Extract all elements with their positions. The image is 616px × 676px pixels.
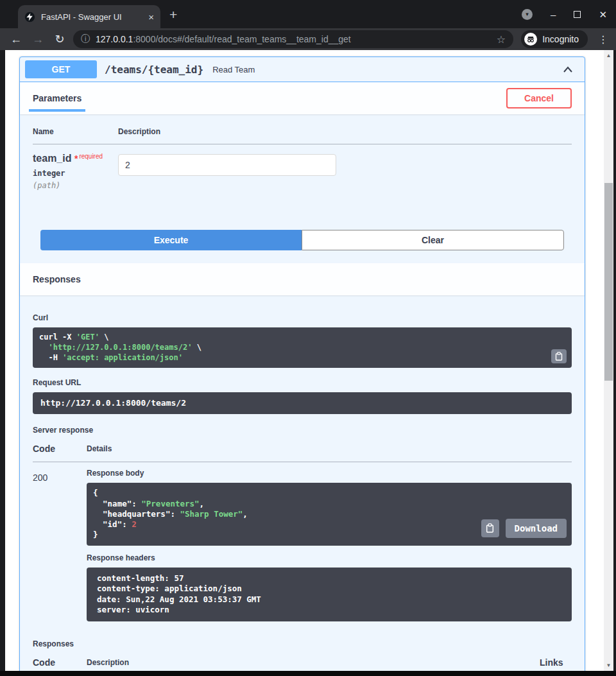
opblock-get: GET /teams/{team_id} Read Team Parameter… <box>19 56 585 671</box>
request-url-label: Request URL <box>33 378 572 387</box>
responses-title: Responses <box>33 274 81 284</box>
execute-button[interactable]: Execute <box>40 230 302 250</box>
responses-header: Responses <box>20 263 585 295</box>
download-button[interactable]: Download <box>506 519 567 538</box>
http-method-badge: GET <box>25 60 97 78</box>
incognito-icon <box>524 33 537 46</box>
doc-col-code: Code <box>33 657 87 671</box>
execute-wrapper: Execute Clear <box>20 217 585 263</box>
scroll-down-icon[interactable]: ▼ <box>604 663 613 668</box>
request-url-block: http://127.0.0.1:8000/teams/2 <box>33 392 572 415</box>
browser-titlebar: FastAPI - Swagger UI × + ▾ – ✕ <box>0 0 616 28</box>
minimize-button[interactable]: – <box>551 10 556 19</box>
parameter-row: team_id *required integer (path) <box>33 144 572 191</box>
responses-inner: Curl curl -X 'GET' \ 'http://127.0.0.1:8… <box>20 295 585 671</box>
copy-response-button[interactable] <box>481 519 499 537</box>
status-code: 200 <box>33 462 87 632</box>
required-label: required <box>79 153 103 160</box>
bookmark-star-icon[interactable]: ☆ <box>497 33 506 46</box>
response-details-cell: Response body { "name": "Preventers", "h… <box>87 462 572 632</box>
url-path: :8000/docs#/default/read_team_teams__tea… <box>133 34 350 44</box>
scroll-up-icon[interactable]: ▲ <box>604 53 613 58</box>
cancel-button[interactable]: Cancel <box>506 88 572 108</box>
scrollbar-thumb[interactable] <box>604 183 613 381</box>
parameter-name: team_id <box>33 153 71 164</box>
response-headers-label: Response headers <box>87 551 572 568</box>
server-response-table: Code Details 200 Response body { "name":… <box>33 444 572 631</box>
tab-parameters[interactable]: Parameters <box>33 93 81 103</box>
server-response-label: Server response <box>33 426 572 435</box>
parameters-table-area: Name Description team_id *required <box>20 114 585 217</box>
swagger-page: GET /teams/{team_id} Read Team Parameter… <box>5 50 604 671</box>
caret-down-icon: ▾ <box>526 11 529 17</box>
server-response-row: 200 Response body { "name": "Preventers"… <box>33 462 572 632</box>
response-body-label: Response body <box>87 462 572 483</box>
parameter-name-cell: team_id *required integer (path) <box>33 144 118 191</box>
parameters-header: Parameters Cancel <box>20 82 585 114</box>
response-headers-block: content-length: 57content-type: applicat… <box>87 568 572 621</box>
col-header-name: Name <box>33 127 118 144</box>
close-window-button[interactable]: ✕ <box>599 10 607 19</box>
browser-window: FastAPI - Swagger UI × + ▾ – ✕ ← → ↻ ⓘ 1… <box>0 0 616 676</box>
window-controls: ▾ – ✕ <box>522 0 607 28</box>
col-header-description: Description <box>118 127 572 144</box>
window-bottom-edge <box>0 671 616 676</box>
team-id-input[interactable] <box>118 154 336 176</box>
doc-col-description: Description <box>87 657 540 671</box>
page-row: GET /teams/{team_id} Read Team Parameter… <box>0 50 616 671</box>
fastapi-favicon-icon <box>24 12 35 22</box>
clear-button[interactable]: Clear <box>302 230 564 250</box>
page-scrollbar[interactable]: ▲ ▼ <box>604 50 613 671</box>
reload-button[interactable]: ↻ <box>51 32 68 46</box>
collapse-chevron-icon[interactable] <box>561 64 574 74</box>
required-asterisk: * <box>74 153 78 164</box>
endpoint-summary: Read Team <box>212 65 561 74</box>
address-bar[interactable]: ⓘ 127.0.0.1:8000/docs#/default/read_team… <box>73 30 513 48</box>
url-text[interactable]: 127.0.0.1:8000/docs#/default/read_team_t… <box>96 34 491 44</box>
menu-kebab-icon[interactable]: ⋮ <box>598 33 608 46</box>
curl-command-block: curl -X 'GET' \ 'http://127.0.0.1:8000/t… <box>33 327 572 368</box>
endpoint-path: /teams/{team_id} <box>105 64 203 76</box>
browser-tab[interactable]: FastAPI - Swagger UI × <box>18 5 160 28</box>
back-button[interactable]: ← <box>8 33 24 46</box>
tab-close-icon[interactable]: × <box>148 12 154 22</box>
incognito-label: Incognito <box>542 34 579 44</box>
col-header-code: Code <box>33 444 87 462</box>
search-tabs-button[interactable]: ▾ <box>522 9 533 20</box>
new-tab-button[interactable]: + <box>169 7 177 22</box>
forward-button[interactable]: → <box>30 33 46 46</box>
incognito-badge: Incognito <box>521 30 588 48</box>
col-header-details: Details <box>87 444 572 462</box>
tab-title: FastAPI - Swagger UI <box>41 12 142 22</box>
curl-label: Curl <box>33 313 572 322</box>
doc-col-links: Links <box>540 657 572 671</box>
parameter-location: (path) <box>33 181 118 190</box>
site-info-icon[interactable]: ⓘ <box>81 33 90 45</box>
parameter-type: integer <box>33 169 118 178</box>
url-host: 127.0.0.1 <box>96 34 133 44</box>
opblock-header[interactable]: GET /teams/{team_id} Read Team <box>20 57 585 82</box>
browser-navbar: ← → ↻ ⓘ 127.0.0.1:8000/docs#/default/rea… <box>0 28 616 50</box>
documented-responses-table: Code Description Links 200 Successful Re… <box>33 657 572 671</box>
copy-curl-button[interactable] <box>551 349 567 363</box>
documented-responses-label: Responses <box>33 639 572 648</box>
parameters-table: Name Description team_id *required <box>33 127 572 190</box>
response-body-block: { "name": "Preventers", "headquarters": … <box>87 483 572 545</box>
maximize-button[interactable] <box>574 11 581 18</box>
parameter-value-cell <box>118 144 572 191</box>
